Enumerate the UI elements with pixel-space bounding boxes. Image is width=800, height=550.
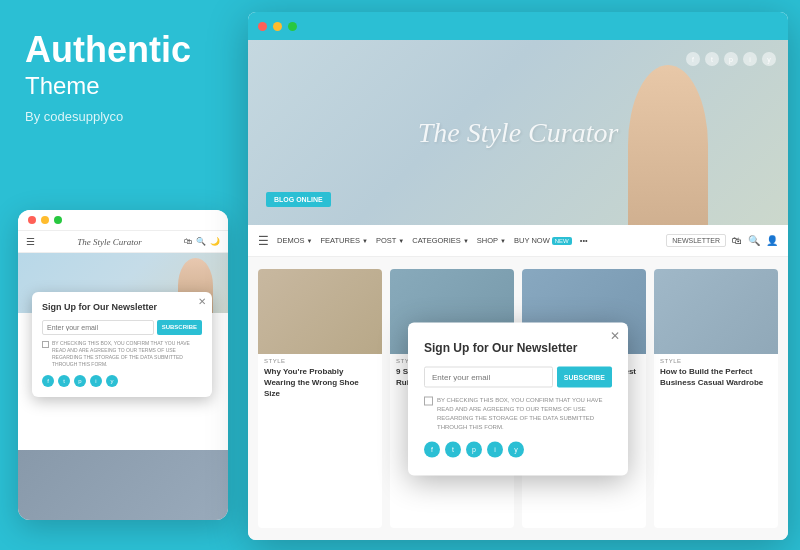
nav-item-shop[interactable]: SHOP ▼ [477,236,506,245]
nav-item-buy-now[interactable]: BUY NOW NEW [514,236,572,245]
desktop-youtube-icon[interactable]: y [508,441,524,457]
article-image-1 [258,269,382,354]
mobile-dot-red [28,216,36,224]
mobile-top-bar [18,210,228,231]
mobile-facebook-icon[interactable]: f [42,375,54,387]
chevron-down-icon: ▼ [307,238,313,244]
mobile-instagram-icon[interactable]: i [90,375,102,387]
article-tag-1: STYLE [258,354,382,366]
hero-twitter-icon[interactable]: t [705,52,719,66]
desktop-top-bar [248,12,788,40]
desktop-subscribe-button[interactable]: SUBSCRIBE [557,366,612,387]
desktop-twitter-icon[interactable]: t [445,441,461,457]
desktop-checkbox-row: BY CHECKING THIS BOX, YOU CONFIRM THAT Y… [424,395,612,431]
desktop-hamburger-icon[interactable]: ☰ [258,234,269,248]
desktop-terms-checkbox[interactable] [424,396,433,405]
mobile-logo: The Style Curator [77,237,142,247]
desktop-terms-text: BY CHECKING THIS BOX, YOU CONFIRM THAT Y… [437,395,612,431]
article-card-4: STYLE How to Build the Perfect Business … [654,269,778,528]
hero-pinterest-icon[interactable]: p [724,52,738,66]
mobile-nav: ☰ The Style Curator 🛍 🔍 🌙 [18,231,228,253]
mobile-terms-text: BY CHECKING THIS BOX, YOU CONFIRM THAT Y… [52,340,202,368]
mobile-close-icon[interactable]: ✕ [198,296,206,307]
desktop-newsletter-title: Sign Up for Our Newsletter [424,340,612,354]
desktop-hero-script: The Style Curator [418,117,619,149]
mobile-dot-green [54,216,62,224]
mobile-newsletter-title: Sign Up for Our Newsletter [42,302,202,314]
desktop-close-icon[interactable]: ✕ [610,328,620,342]
desktop-nav-right: NEWSLETTER 🛍 🔍 👤 [666,234,778,247]
mobile-email-row: SUBSCRIBE [42,320,202,335]
nav-item-demos[interactable]: DEMOS ▼ [277,236,312,245]
desktop-social-icons: f t p i y [424,441,612,457]
mobile-moon-icon: 🌙 [210,237,220,246]
desktop-hero-btn[interactable]: BLOG ONLINE [266,192,331,207]
theme-title: Authentic Theme [25,30,215,101]
mobile-newsletter-popup: ✕ Sign Up for Our Newsletter SUBSCRIBE B… [32,292,212,397]
chevron-down-icon: ▼ [362,238,368,244]
nav-item-features[interactable]: FEATURES ▼ [320,236,367,245]
hero-facebook-icon[interactable]: f [686,52,700,66]
desktop-facebook-icon[interactable]: f [424,441,440,457]
desktop-content: STYLE Why You're Probably Wearing the Wr… [248,257,788,540]
mobile-search-icon: 🔍 [196,237,206,246]
nav-item-categories[interactable]: CATEGORIES ▼ [412,236,469,245]
new-badge: NEW [552,237,572,245]
hero-youtube-icon[interactable]: y [762,52,776,66]
mobile-subscribe-button[interactable]: SUBSCRIBE [157,320,202,335]
mobile-dot-yellow [41,216,49,224]
chevron-down-icon: ▼ [463,238,469,244]
mobile-terms-checkbox[interactable] [42,341,49,348]
desktop-dot-green [288,22,297,31]
desktop-pinterest-icon[interactable]: p [466,441,482,457]
article-card-1: STYLE Why You're Probably Wearing the Wr… [258,269,382,528]
desktop-email-input[interactable] [424,366,553,387]
person-icon[interactable]: 👤 [766,235,778,246]
nav-item-more[interactable]: ••• [580,236,588,245]
mobile-hamburger-icon: ☰ [26,236,35,247]
mobile-pinterest-icon[interactable]: p [74,375,86,387]
desktop-instagram-icon[interactable]: i [487,441,503,457]
mobile-mockup: ☰ The Style Curator 🛍 🔍 🌙 ✕ Sign Up for … [18,210,228,520]
chevron-down-icon: ▼ [398,238,404,244]
mobile-nav-icons: 🛍 🔍 🌙 [184,237,220,246]
theme-by: By codesupplyco [25,109,215,124]
article-title-4: How to Build the Perfect Business Casual… [654,366,778,394]
desktop-nav: ☰ DEMOS ▼ FEATURES ▼ POST ▼ CATEGORIES ▼… [248,225,788,257]
desktop-mockup: The Style Curator BLOG ONLINE f t p i y … [248,12,788,540]
desktop-hero-social: f t p i y [686,52,776,66]
mobile-checkbox-row: BY CHECKING THIS BOX, YOU CONFIRM THAT Y… [42,340,202,368]
nav-item-post[interactable]: POST ▼ [376,236,404,245]
desktop-dot-yellow [273,22,282,31]
left-panel: Authentic Theme By codesupplyco ☰ The St… [0,0,240,550]
article-image-4 [654,269,778,354]
mobile-email-input[interactable] [42,320,154,335]
desktop-hero-person [628,65,708,225]
newsletter-button[interactable]: NEWSLETTER [666,234,726,247]
chevron-down-icon: ▼ [500,238,506,244]
mobile-youtube-icon[interactable]: y [106,375,118,387]
mobile-twitter-icon[interactable]: t [58,375,70,387]
article-title-1: Why You're Probably Wearing the Wrong Sh… [258,366,382,406]
mobile-bag-icon: 🛍 [184,237,192,246]
cart-icon[interactable]: 🛍 [732,235,742,246]
article-tag-4: STYLE [654,354,778,366]
desktop-dot-red [258,22,267,31]
mobile-social-icons: f t p i y [42,375,202,387]
desktop-email-row: SUBSCRIBE [424,366,612,387]
hero-instagram-icon[interactable]: i [743,52,757,66]
mobile-footer-image [18,450,228,520]
desktop-hero: The Style Curator BLOG ONLINE f t p i y [248,40,788,225]
search-icon[interactable]: 🔍 [748,235,760,246]
desktop-newsletter-popup: ✕ Sign Up for Our Newsletter SUBSCRIBE B… [408,322,628,475]
